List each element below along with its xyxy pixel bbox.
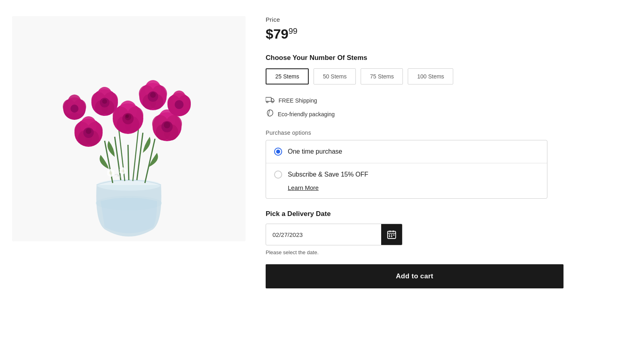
- svg-point-42: [102, 99, 107, 104]
- svg-point-73: [272, 101, 273, 103]
- svg-line-3: [128, 145, 129, 180]
- price-value: $7999: [266, 26, 547, 42]
- feature-shipping-text: FREE Shipping: [279, 97, 317, 104]
- leaf-icon: [266, 109, 274, 119]
- svg-rect-82: [389, 236, 390, 237]
- svg-rect-71: [266, 97, 271, 101]
- delivery-section: Pick a Delivery Date: [266, 210, 547, 255]
- svg-rect-80: [391, 234, 392, 236]
- product-details-section: Price $7999 Choose Your Number Of Stems …: [258, 8, 572, 354]
- add-to-cart-button[interactable]: Add to cart: [266, 264, 564, 288]
- purchase-options-box: One time purchase Subscribe & Save 15% O…: [266, 140, 547, 199]
- stem-option-100[interactable]: 100 Stems: [408, 68, 453, 84]
- svg-rect-83: [391, 236, 392, 237]
- svg-point-55: [70, 105, 78, 113]
- calendar-icon: [387, 230, 396, 239]
- purchase-option-subscribe[interactable]: Subscribe & Save 15% OFF Learn More: [266, 163, 547, 198]
- subscribe-top-row: Subscribe & Save 15% OFF: [274, 171, 368, 179]
- page-container: Price $7999 Choose Your Number Of Stems …: [0, 0, 644, 362]
- svg-point-26: [86, 128, 91, 134]
- stem-option-50[interactable]: 50 Stems: [314, 68, 356, 84]
- svg-point-18: [126, 115, 129, 118]
- svg-point-50: [150, 92, 156, 98]
- stem-option-25[interactable]: 25 Stems: [266, 68, 309, 84]
- feature-eco-text: Eco-friendly packaging: [278, 111, 335, 117]
- delivery-date-input[interactable]: [266, 226, 381, 244]
- subscribe-label: Subscribe & Save 15% OFF: [288, 171, 368, 178]
- svg-point-34: [164, 122, 170, 128]
- radio-inner-dot: [276, 150, 280, 154]
- date-hint: Please select the date.: [266, 249, 547, 255]
- product-image-wrapper: [12, 16, 246, 241]
- feature-free-shipping: FREE Shipping: [266, 96, 547, 105]
- svg-point-2: [97, 179, 161, 191]
- features-list: FREE Shipping Eco-friendly packaging: [266, 96, 547, 119]
- learn-more-link[interactable]: Learn More: [288, 184, 319, 191]
- price-cents: 99: [289, 27, 297, 35]
- svg-point-65: [109, 171, 112, 175]
- svg-rect-81: [393, 234, 394, 236]
- calendar-button[interactable]: [381, 224, 402, 245]
- truck-icon: [266, 96, 275, 105]
- stem-option-75[interactable]: 75 Stems: [361, 68, 403, 84]
- purchase-option-one-time[interactable]: One time purchase: [266, 140, 547, 163]
- svg-point-60: [175, 100, 184, 109]
- price-main: $79: [266, 26, 289, 41]
- stems-options-group: 25 Stems 50 Stems 75 Stems 100 Stems: [266, 68, 547, 84]
- price-label: Price: [266, 16, 547, 23]
- svg-rect-79: [389, 234, 390, 236]
- product-image-svg: [12, 16, 246, 241]
- svg-point-72: [266, 101, 268, 103]
- stems-section-title: Choose Your Number Of Stems: [266, 54, 547, 62]
- feature-eco-packaging: Eco-friendly packaging: [266, 109, 547, 119]
- product-image-section: [0, 8, 258, 354]
- radio-one-time: [274, 148, 282, 156]
- radio-subscribe: [274, 171, 282, 179]
- date-input-wrapper: [266, 224, 402, 245]
- purchase-options-label: Purchase options: [266, 130, 547, 136]
- svg-point-70: [122, 170, 124, 173]
- one-time-label: One time purchase: [288, 148, 342, 155]
- delivery-title: Pick a Delivery Date: [266, 210, 547, 218]
